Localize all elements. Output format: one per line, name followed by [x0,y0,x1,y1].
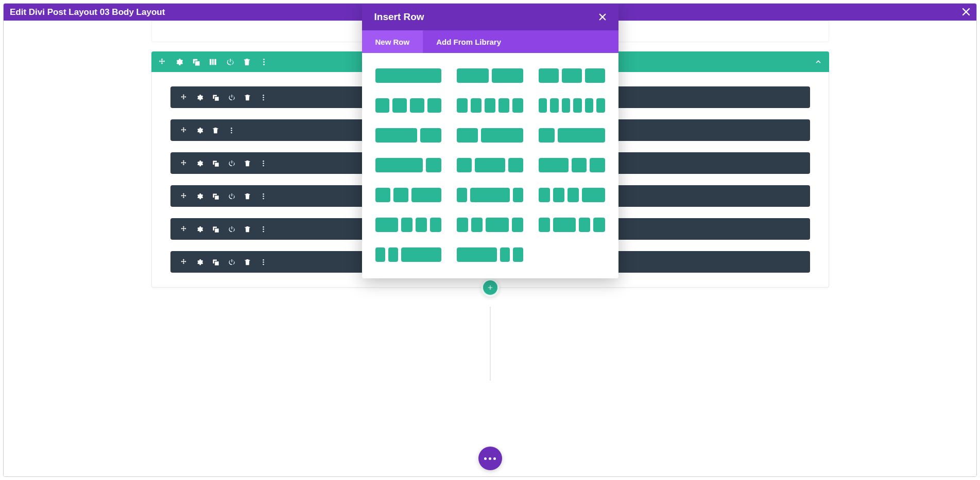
layout-option-1[interactable] [375,68,442,83]
trash-icon[interactable] [244,159,251,167]
trash-icon[interactable] [244,94,251,101]
duplicate-icon[interactable] [192,58,200,66]
title-bar-text: Edit Divi Post Layout 03 Body Layout [10,7,165,17]
more-icon[interactable] [228,127,235,134]
svg-point-19 [263,261,264,263]
power-icon[interactable] [228,94,235,101]
layout-option-1-1[interactable] [457,68,523,83]
settings-icon[interactable] [196,127,203,134]
layout-option-1-1-1-1[interactable] [375,98,442,113]
svg-point-5 [263,99,264,100]
chevron-up-icon [815,58,822,65]
duplicate-icon[interactable] [212,159,219,167]
layout-option-2-1-1[interactable] [539,158,605,172]
move-icon[interactable] [180,258,187,266]
svg-point-7 [231,130,232,131]
svg-point-10 [263,163,264,164]
plus-icon [487,284,494,291]
svg-point-15 [263,226,264,227]
power-icon[interactable] [228,192,235,200]
trash-icon[interactable] [244,225,251,233]
tab-new-row[interactable]: New Row [362,30,423,53]
move-icon[interactable] [180,225,187,233]
svg-point-17 [263,230,264,232]
layout-option-1-1-1-2[interactable] [539,188,605,202]
insert-row-modal: Insert Row New RowAdd From Library [362,4,618,278]
svg-point-0 [263,59,265,60]
more-icon[interactable] [260,58,268,66]
layout-option-1-1-2-1[interactable] [457,218,523,232]
add-row-button[interactable] [481,278,500,297]
svg-point-8 [231,132,232,133]
layout-option-2-1-1-1[interactable] [375,218,442,232]
more-icon[interactable] [260,225,267,233]
more-actions-button[interactable] [478,447,502,470]
svg-point-1 [263,61,265,63]
layout-option-1-1-1[interactable] [539,68,605,83]
more-icon[interactable] [260,94,267,101]
row-layouts-grid [362,53,618,278]
move-icon[interactable] [180,192,187,200]
modal-tabs: New RowAdd From Library [362,30,618,53]
svg-point-4 [263,97,264,98]
settings-icon[interactable] [196,192,203,200]
title-close-button[interactable] [962,7,970,18]
layout-option-1-1-1-1-1-1[interactable] [539,98,605,113]
settings-icon[interactable] [196,258,203,266]
duplicate-icon[interactable] [212,192,219,200]
dots-icon [484,457,496,460]
layout-option-1-2[interactable] [457,128,523,143]
modal-title: Insert Row [374,11,424,23]
svg-point-3 [263,94,264,96]
layout-option-1-1-2[interactable] [375,188,442,202]
svg-point-2 [263,64,265,65]
layout-option-1-4-1[interactable] [457,188,523,202]
move-icon[interactable] [180,94,187,101]
more-icon[interactable] [260,258,267,266]
more-icon[interactable] [260,159,267,167]
layout-option-4-1-1[interactable] [457,247,523,262]
collapse-button[interactable] [815,58,822,65]
connector-line [490,307,491,381]
modal-close-button[interactable] [599,11,606,23]
modal-header: Insert Row [362,4,618,30]
trash-icon[interactable] [212,127,219,134]
settings-icon[interactable] [196,94,203,101]
close-icon [962,8,970,16]
layout-option-1-1-4[interactable] [375,247,442,262]
svg-point-18 [263,259,264,260]
tab-add-from-library[interactable]: Add From Library [423,30,514,53]
settings-icon[interactable] [196,225,203,233]
columns-icon[interactable] [209,58,217,66]
svg-point-16 [263,228,264,230]
svg-point-20 [263,263,264,265]
power-icon[interactable] [228,225,235,233]
svg-point-14 [263,198,264,199]
duplicate-icon[interactable] [212,258,219,266]
move-icon[interactable] [180,159,187,167]
power-icon[interactable] [226,58,234,66]
trash-icon[interactable] [244,258,251,266]
move-icon[interactable] [158,58,166,66]
svg-point-9 [263,160,264,162]
power-icon[interactable] [228,159,235,167]
duplicate-icon[interactable] [212,94,219,101]
layout-option-1-2-1-1[interactable] [539,218,605,232]
layout-option-1-3[interactable] [539,128,605,143]
move-icon[interactable] [180,127,187,134]
more-icon[interactable] [260,192,267,200]
layout-option-1-1-1-1-1[interactable] [457,98,523,113]
settings-icon[interactable] [196,159,203,167]
trash-icon[interactable] [243,58,251,66]
svg-point-13 [263,195,264,197]
duplicate-icon[interactable] [212,225,219,233]
settings-icon[interactable] [175,58,183,66]
layout-option-2-1[interactable] [375,128,442,143]
layout-option-3-1[interactable] [375,158,442,172]
svg-point-11 [263,165,264,166]
layout-option-1-2-1[interactable] [457,158,523,172]
svg-point-6 [231,127,232,129]
svg-point-12 [263,193,264,194]
power-icon[interactable] [228,258,235,266]
trash-icon[interactable] [244,192,251,200]
